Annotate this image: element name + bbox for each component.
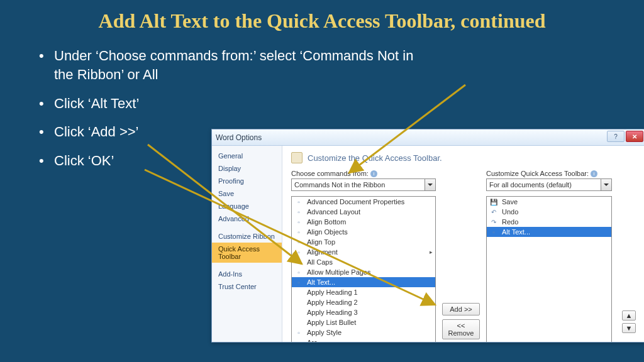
redo-icon: ↷ <box>489 217 498 226</box>
chevron-down-icon <box>425 179 435 190</box>
nav-item-display[interactable]: Display <box>212 162 282 175</box>
info-icon: i <box>370 170 377 177</box>
list-item: ▫Align Bottom <box>292 217 435 227</box>
alt-text-icon: ▫ <box>294 278 303 287</box>
nav-item-trust-center[interactable]: Trust Center <box>212 280 282 293</box>
list-item: ▫Arc <box>292 337 435 342</box>
list-item: ▫Allow Multiple Pages <box>292 267 435 277</box>
choose-commands-label: Choose commands from: i <box>291 170 436 177</box>
move-up-button[interactable]: ▲ <box>622 310 636 321</box>
list-item: ▫Align Objects <box>292 227 435 237</box>
nav-item-quick-access-toolbar[interactable]: Quick Access Toolbar <box>212 243 282 263</box>
arc-icon: ▫ <box>294 338 303 342</box>
customize-qat-label: Customize Quick Access Toolbar: i <box>486 170 612 177</box>
dialog-main: Customize the Quick Access Toolbar. Choo… <box>282 146 644 342</box>
list-item: ▫Apply Style <box>292 327 435 337</box>
nav-item-language[interactable]: Language <box>212 200 282 212</box>
list-item: Apply List Bullet <box>292 317 435 327</box>
chevron-down-icon <box>601 179 611 190</box>
slide-title: Add Alt Text to the Quick Access Toolbar… <box>0 0 644 39</box>
list-item-alt-text: ▫Alt Text... <box>292 277 435 287</box>
bullet-item: Click ‘Alt Text’ <box>38 94 428 113</box>
reorder-buttons: ▲ ▼ <box>622 310 636 333</box>
list-item: ▫Advanced Document Properties <box>292 197 435 207</box>
help-window-button[interactable]: ? <box>607 131 625 142</box>
nav-item-general[interactable]: General <box>212 150 282 162</box>
dialog-title: Word Options <box>216 133 262 142</box>
alignment-icon: ▫ <box>294 248 303 256</box>
bullet-item: Under ‘Choose commands from:’ select ‘Co… <box>38 47 428 84</box>
list-item-alt-text: ▫Alt Text... <box>487 227 611 237</box>
choose-commands-dropdown[interactable]: Commands Not in the Ribbon <box>291 178 436 191</box>
list-item: ▫Align Top <box>292 237 435 247</box>
nav-item-addins[interactable]: Add-Ins <box>212 268 282 280</box>
list-item: Apply Heading 3 <box>292 307 435 317</box>
commands-listbox[interactable]: ▫Advanced Document Properties ▫Advanced … <box>291 196 436 342</box>
dialog-nav: General Display Proofing Save Language A… <box>212 146 282 342</box>
save-icon: 💾 <box>489 197 498 206</box>
nav-item-save[interactable]: Save <box>212 187 282 200</box>
nav-item-proofing[interactable]: Proofing <box>212 175 282 187</box>
align-objects-icon: ▫ <box>294 228 303 236</box>
move-down-button[interactable]: ▼ <box>622 323 636 333</box>
list-item: ▫Advanced Layout <box>292 207 435 217</box>
dialog-titlebar: Word Options ? ✕ <box>212 129 644 146</box>
list-item: ↶Undo <box>487 207 611 217</box>
list-item: ↷Redo <box>487 217 611 227</box>
nav-item-customize-ribbon[interactable]: Customize Ribbon <box>212 230 282 243</box>
info-icon: i <box>591 170 597 177</box>
align-bottom-icon: ▫ <box>294 217 303 226</box>
word-options-dialog: Word Options ? ✕ General Display Proofin… <box>211 129 644 343</box>
customize-qat-dropdown[interactable]: For all documents (default) <box>486 178 612 191</box>
pages-icon: ▫ <box>294 268 303 277</box>
list-item: Apply Heading 1 <box>292 287 435 297</box>
list-item: Apply Heading 2 <box>292 297 435 307</box>
align-top-icon: ▫ <box>294 238 303 246</box>
undo-icon: ↶ <box>489 207 498 216</box>
dialog-heading: Customize the Quick Access Toolbar. <box>308 153 442 163</box>
remove-button[interactable]: << Remove <box>442 319 480 339</box>
style-icon: ▫ <box>294 328 303 337</box>
list-item: All Caps <box>292 257 435 267</box>
nav-item-advanced[interactable]: Advanced <box>212 212 282 225</box>
document-icon: ▫ <box>294 197 303 206</box>
list-item: ▫Alignment▸ <box>292 247 435 257</box>
close-window-button[interactable]: ✕ <box>626 131 643 142</box>
list-item: 💾Save <box>487 197 611 207</box>
add-button[interactable]: Add >> <box>442 303 480 315</box>
qat-listbox[interactable]: 💾Save ↶Undo ↷Redo ▫Alt Text... <box>486 196 612 342</box>
qat-icon <box>291 152 303 163</box>
submenu-arrow-icon: ▸ <box>430 249 433 255</box>
alt-text-icon: ▫ <box>489 228 498 236</box>
dialog-heading-row: Customize the Quick Access Toolbar. <box>291 152 636 163</box>
layout-icon: ▫ <box>294 207 303 216</box>
